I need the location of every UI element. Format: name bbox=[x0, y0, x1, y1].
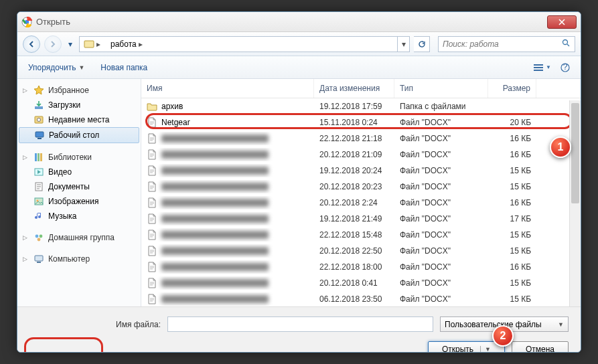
view-mode-button[interactable]: ▼ bbox=[532, 60, 552, 75]
document-icon bbox=[147, 149, 157, 160]
file-date: 20.12.2018 22:50 bbox=[314, 245, 394, 257]
sidebar-favorites-header[interactable]: ▷Избранное bbox=[17, 83, 141, 98]
downloads-icon bbox=[33, 100, 44, 110]
file-row[interactable]: 06.12.2018 23:50Файл "DOCX"15 КБ bbox=[141, 291, 581, 306]
file-row[interactable]: 20.12.2018 20:23Файл "DOCX"15 КБ bbox=[141, 179, 581, 195]
svg-rect-14 bbox=[35, 153, 37, 161]
svg-rect-4 bbox=[534, 64, 543, 66]
document-icon bbox=[147, 262, 157, 272]
file-row[interactable]: 22.12.2018 15:48Файл "DOCX"15 КБ bbox=[141, 227, 581, 243]
sidebar-item-label: Недавние места bbox=[48, 115, 109, 124]
forward-button[interactable] bbox=[44, 35, 62, 53]
file-name bbox=[161, 151, 269, 159]
open-file-dialog: Открыть ▾ ▸ работа▸ ▾ Упорядочить ▼ Нова… bbox=[17, 11, 581, 353]
column-date[interactable]: Дата изменения bbox=[314, 79, 394, 98]
breadcrumb-label: работа bbox=[110, 39, 137, 49]
file-row[interactable]: 22.12.2018 21:18Файл "DOCX"16 КБ bbox=[141, 130, 581, 147]
sidebar-item-music[interactable]: Музыка bbox=[17, 209, 141, 223]
scrollbar[interactable] bbox=[569, 100, 581, 306]
file-type: Файл "DOCX" bbox=[394, 181, 488, 193]
navigation-bar: ▾ ▸ работа▸ ▾ bbox=[17, 32, 581, 56]
cancel-button-label: Отмена bbox=[526, 345, 554, 353]
sidebar-computer-header[interactable]: ▷Компьютер bbox=[17, 252, 141, 266]
open-button-dropdown[interactable]: ▼ bbox=[480, 346, 491, 353]
sidebar-libraries-header[interactable]: ▷Библиотеки bbox=[17, 150, 141, 165]
nav-history-dropdown[interactable]: ▾ bbox=[66, 35, 75, 53]
document-icon bbox=[147, 165, 157, 176]
address-bar[interactable]: ▸ работа▸ ▾ bbox=[79, 36, 410, 52]
dialog-body: ▷Избранное ЗагрузкиНедавние местаРабочий… bbox=[17, 79, 581, 306]
file-row[interactable]: 22.12.2018 18:00Файл "DOCX"16 КБ bbox=[141, 259, 581, 275]
sidebar: ▷Избранное ЗагрузкиНедавние местаРабочий… bbox=[17, 79, 141, 306]
column-type[interactable]: Тип bbox=[394, 79, 488, 98]
file-date: 19.12.2018 17:59 bbox=[314, 100, 394, 112]
search-icon bbox=[562, 39, 571, 50]
file-size: 20 КБ bbox=[488, 116, 536, 128]
file-row[interactable]: 20.12.2018 2:24Файл "DOCX"16 КБ bbox=[141, 195, 581, 211]
sidebar-item-downloads[interactable]: Загрузки bbox=[17, 98, 141, 112]
toolbar: Упорядочить ▼ Новая папка ▼ ? bbox=[17, 56, 581, 79]
sidebar-item-documents[interactable]: Документы bbox=[17, 179, 141, 194]
file-row[interactable]: 19.12.2018 20:24Файл "DOCX"15 КБ bbox=[141, 163, 581, 179]
cancel-button[interactable]: Отмена bbox=[512, 341, 569, 353]
file-row[interactable]: 20.12.2018 21:09Файл "DOCX"16 КБ bbox=[141, 147, 581, 163]
search-input[interactable] bbox=[443, 39, 562, 49]
desktop-icon bbox=[34, 130, 45, 141]
file-size: 15 КБ bbox=[488, 293, 536, 305]
filename-input[interactable] bbox=[167, 316, 433, 332]
file-row[interactable]: Netgear15.11.2018 0:24Файл "DOCX"20 КБ bbox=[141, 114, 581, 130]
open-button[interactable]: Открыть ▼ bbox=[428, 341, 505, 353]
help-button[interactable]: ? bbox=[555, 60, 575, 75]
libraries-icon bbox=[33, 152, 44, 163]
file-size: 16 КБ bbox=[488, 197, 536, 209]
svg-point-3 bbox=[563, 39, 568, 44]
sidebar-homegroup-header[interactable]: ▷Домашняя группа bbox=[17, 230, 141, 245]
column-size[interactable]: Размер bbox=[488, 79, 536, 98]
close-button[interactable] bbox=[547, 15, 577, 29]
sidebar-item-desktop[interactable]: Рабочий стол bbox=[19, 127, 139, 143]
document-icon bbox=[147, 181, 157, 192]
file-row[interactable]: 20.12.2018 22:50Файл "DOCX"15 КБ bbox=[141, 243, 581, 259]
annotation-callout-1: 1 bbox=[550, 136, 571, 158]
videos-icon bbox=[33, 167, 44, 177]
address-dropdown[interactable]: ▾ bbox=[397, 37, 409, 52]
scrollbar-thumb[interactable] bbox=[571, 103, 579, 203]
svg-point-22 bbox=[40, 235, 43, 238]
file-name bbox=[161, 263, 269, 271]
file-date: 19.12.2018 20:24 bbox=[314, 165, 394, 177]
filename-label: Имя файла: bbox=[29, 320, 161, 329]
refresh-button[interactable] bbox=[414, 36, 430, 52]
file-name bbox=[161, 134, 269, 143]
file-date: 20.12.2018 21:09 bbox=[314, 149, 394, 161]
file-date: 22.12.2018 15:48 bbox=[314, 229, 394, 241]
file-row[interactable]: 19.12.2018 21:49Файл "DOCX"17 КБ bbox=[141, 211, 581, 227]
file-row[interactable]: 20.12.2018 0:41Файл "DOCX"15 КБ bbox=[141, 275, 581, 291]
computer-icon bbox=[33, 254, 44, 264]
organize-menu[interactable]: Упорядочить ▼ bbox=[23, 60, 90, 75]
back-button[interactable] bbox=[23, 35, 40, 53]
file-type: Файл "DOCX" bbox=[394, 277, 488, 289]
file-size: 15 КБ bbox=[488, 181, 536, 193]
sidebar-item-pictures[interactable]: Изображения bbox=[17, 194, 141, 209]
search-box[interactable] bbox=[438, 36, 575, 52]
new-folder-button[interactable]: Новая папка bbox=[95, 60, 153, 75]
sidebar-item-recent-places[interactable]: Недавние места bbox=[17, 112, 141, 127]
folder-row[interactable]: архив19.12.2018 17:59Папка с файлами bbox=[141, 98, 581, 114]
file-name bbox=[161, 215, 269, 223]
sidebar-item-videos[interactable]: Видео bbox=[17, 165, 141, 179]
document-icon bbox=[147, 197, 157, 208]
close-icon bbox=[558, 19, 565, 25]
column-name[interactable]: Имя bbox=[141, 79, 314, 98]
sidebar-item-label: Загрузки bbox=[48, 100, 80, 110]
address-segment[interactable]: работа▸ bbox=[106, 37, 149, 52]
file-name bbox=[161, 295, 269, 303]
open-button-label: Открыть bbox=[442, 345, 473, 353]
svg-rect-6 bbox=[534, 70, 543, 71]
column-headers: Имя Дата изменения Тип Размер bbox=[141, 79, 581, 98]
address-root-icon[interactable]: ▸ bbox=[80, 37, 106, 52]
file-size bbox=[488, 105, 536, 108]
file-size: 16 КБ bbox=[488, 149, 536, 161]
file-size: 15 КБ bbox=[488, 229, 536, 241]
file-type: Файл "DOCX" bbox=[394, 116, 488, 128]
svg-point-11 bbox=[38, 118, 41, 122]
